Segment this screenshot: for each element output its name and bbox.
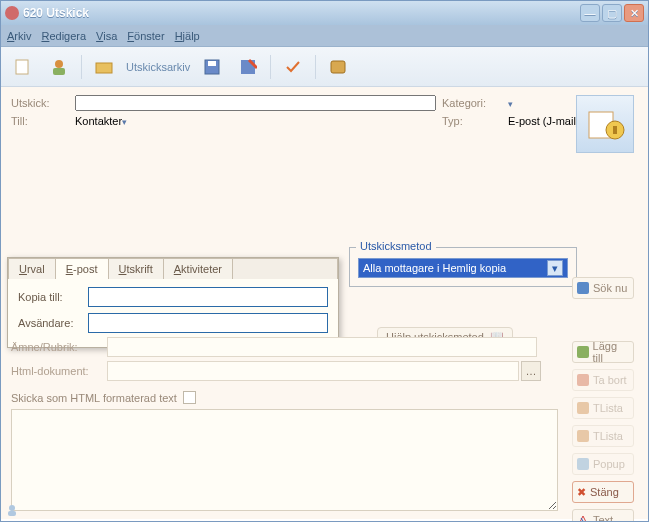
- close-icon: ✖: [577, 486, 586, 499]
- amne-label: Ämne/Rubrik:: [11, 341, 107, 353]
- menu-hjalp[interactable]: Hjälp: [175, 30, 200, 42]
- toolbar-check-icon[interactable]: [279, 53, 307, 81]
- menu-arkiv[interactable]: Arkiv: [7, 30, 31, 42]
- remove-icon: [577, 374, 589, 386]
- tab-urval[interactable]: Urval: [9, 259, 56, 279]
- ta-bort-button: Ta bort: [572, 369, 634, 391]
- tlista2-button: TLista: [572, 425, 634, 447]
- tab-aktiviteter[interactable]: Aktiviteter: [164, 259, 233, 279]
- epost-popup-panel: Urval E-post Utskrift Aktiviteter Kopia …: [7, 257, 339, 348]
- lagg-till-button[interactable]: Lägg till: [572, 341, 634, 363]
- utskicksmetod-value: Alla mottagare i Hemlig kopia: [363, 262, 506, 274]
- text-button[interactable]: Text: [572, 509, 634, 522]
- menu-visa[interactable]: Visa: [96, 30, 117, 42]
- svg-rect-3: [96, 63, 112, 73]
- text-icon: [577, 514, 589, 522]
- typ-label: Typ:: [442, 115, 502, 127]
- utskick-input[interactable]: [75, 95, 436, 111]
- avsandare-input[interactable]: [88, 313, 328, 333]
- kopia-label: Kopia till:: [18, 291, 88, 303]
- svg-rect-2: [53, 68, 65, 75]
- till-combo[interactable]: Kontakter▾: [75, 115, 235, 127]
- window-title: 620 Utskick: [23, 6, 580, 20]
- maximize-button[interactable]: ▢: [602, 4, 622, 22]
- typ-value: E-post (J-mail): [508, 115, 580, 127]
- tlista-button: TLista: [572, 397, 634, 419]
- svg-point-1: [55, 60, 63, 68]
- menu-redigera[interactable]: Redigera: [41, 30, 86, 42]
- toolbar-delete-icon[interactable]: [234, 53, 262, 81]
- toolbar-separator: [270, 55, 271, 79]
- module-illustration-icon: [576, 95, 634, 153]
- svg-rect-11: [613, 126, 617, 134]
- toolbar-archive-label[interactable]: Utskicksarkiv: [126, 61, 190, 73]
- tab-epost[interactable]: E-post: [56, 259, 109, 279]
- utskicksmetod-fieldset: Utskicksmetod Alla mottagare i Hemlig ko…: [349, 247, 577, 287]
- utskick-label: Utskick:: [11, 97, 69, 109]
- toolbar-save-icon[interactable]: [198, 53, 226, 81]
- till-label: Till:: [11, 115, 69, 127]
- htmldoc-input[interactable]: [107, 361, 519, 381]
- popup-button: Popup: [572, 453, 634, 475]
- utskicksmetod-combo[interactable]: Alla mottagare i Hemlig kopia ▾: [358, 258, 568, 278]
- svg-rect-8: [331, 61, 345, 73]
- minimize-button[interactable]: —: [580, 4, 600, 22]
- utskicksmetod-legend: Utskicksmetod: [356, 240, 436, 252]
- toolbar-archive-icon[interactable]: [90, 53, 118, 81]
- chevron-down-icon: ▾: [547, 260, 563, 276]
- avsandare-label: Avsändare:: [18, 317, 88, 329]
- htmldoc-label: Html-dokument:: [11, 365, 107, 377]
- tab-utskrift[interactable]: Utskrift: [109, 259, 164, 279]
- htmldoc-browse-button[interactable]: …: [521, 361, 541, 381]
- body-textarea[interactable]: [11, 409, 558, 511]
- add-icon: [577, 346, 589, 358]
- list-icon: [577, 402, 589, 414]
- stang-button[interactable]: ✖ Stäng: [572, 481, 634, 503]
- search-icon: [577, 282, 589, 294]
- popup-icon: [577, 458, 589, 470]
- chevron-down-icon: ▾: [122, 117, 127, 127]
- svg-rect-13: [8, 511, 16, 516]
- app-icon: [5, 6, 19, 20]
- toolbar-user-icon[interactable]: [45, 53, 73, 81]
- list-icon: [577, 430, 589, 442]
- svg-point-12: [9, 505, 15, 511]
- svg-rect-0: [16, 60, 28, 74]
- svg-rect-5: [208, 61, 216, 66]
- chevron-down-icon: ▾: [508, 99, 513, 109]
- toolbar-new-icon[interactable]: [9, 53, 37, 81]
- status-user-icon: [5, 503, 19, 517]
- sok-nu-button[interactable]: Sök nu: [572, 277, 634, 299]
- menu-fonster[interactable]: Fönster: [127, 30, 164, 42]
- kopia-input[interactable]: [88, 287, 328, 307]
- toolbar-separator: [315, 55, 316, 79]
- sendas-checkbox[interactable]: [183, 391, 196, 404]
- till-value: Kontakter: [75, 115, 122, 127]
- toolbar-book-icon[interactable]: [324, 53, 352, 81]
- close-window-button[interactable]: ✕: [624, 4, 644, 22]
- sendas-label: Skicka som HTML formaterad text: [11, 392, 177, 404]
- toolbar-separator: [81, 55, 82, 79]
- kategori-label: Kategori:: [442, 97, 502, 109]
- amne-input[interactable]: [107, 337, 537, 357]
